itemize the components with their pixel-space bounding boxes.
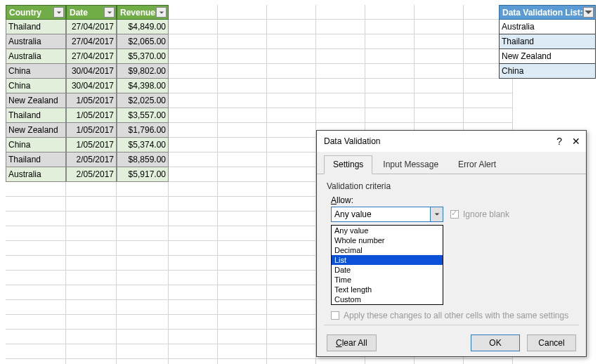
- validation-list-item[interactable]: China: [499, 64, 596, 79]
- empty-cell[interactable]: [117, 315, 169, 330]
- empty-cell[interactable]: [6, 359, 66, 364]
- empty-cell[interactable]: [169, 152, 218, 167]
- close-button[interactable]: ✕: [572, 136, 580, 147]
- empty-cell[interactable]: [117, 359, 169, 364]
- validation-list-item[interactable]: Australia: [499, 20, 596, 34]
- empty-cell[interactable]: [415, 34, 464, 49]
- empty-cell[interactable]: [365, 34, 415, 49]
- allow-dropdown-list[interactable]: Any valueWhole numberDecimalListDateTime…: [331, 225, 443, 305]
- revenue-cell[interactable]: $1,796.00: [117, 123, 169, 138]
- tab-input-message[interactable]: Input Message: [374, 155, 448, 174]
- empty-cell[interactable]: [169, 212, 218, 226]
- empty-cell[interactable]: [169, 182, 218, 197]
- empty-cell[interactable]: [218, 226, 267, 241]
- empty-cell[interactable]: [267, 79, 316, 93]
- date-cell[interactable]: 1/05/2017: [66, 108, 117, 123]
- empty-cell[interactable]: [169, 138, 218, 152]
- empty-cell[interactable]: [117, 197, 169, 212]
- empty-cell[interactable]: [267, 197, 316, 212]
- empty-cell[interactable]: [415, 108, 464, 123]
- empty-cell[interactable]: [267, 212, 316, 226]
- empty-cell[interactable]: [218, 93, 267, 108]
- date-cell[interactable]: 1/05/2017: [66, 138, 117, 152]
- allow-option[interactable]: List: [332, 255, 443, 265]
- empty-cell[interactable]: [169, 300, 218, 315]
- empty-cell[interactable]: [267, 152, 316, 167]
- empty-cell[interactable]: [117, 212, 169, 226]
- empty-cell[interactable]: [267, 271, 316, 285]
- date-cell[interactable]: 1/05/2017: [66, 123, 117, 138]
- empty-cell[interactable]: [6, 285, 66, 300]
- empty-cell[interactable]: [6, 256, 66, 271]
- empty-cell[interactable]: [66, 315, 117, 330]
- empty-cell[interactable]: [316, 108, 365, 123]
- allow-option[interactable]: Whole number: [332, 235, 443, 245]
- empty-cell[interactable]: [117, 285, 169, 300]
- empty-cell[interactable]: [6, 182, 66, 197]
- country-cell[interactable]: Thailand: [6, 20, 66, 34]
- empty-cell[interactable]: [365, 79, 415, 93]
- empty-cell[interactable]: [66, 256, 117, 271]
- revenue-cell[interactable]: $9,802.00: [117, 64, 169, 79]
- empty-cell[interactable]: [267, 256, 316, 271]
- empty-cell[interactable]: [169, 64, 218, 79]
- date-cell[interactable]: 27/04/2017: [66, 20, 117, 34]
- empty-cell[interactable]: [267, 167, 316, 182]
- empty-cell[interactable]: [415, 93, 464, 108]
- validation-list-item[interactable]: Thailand: [499, 34, 596, 49]
- empty-cell[interactable]: [6, 300, 66, 315]
- empty-cell[interactable]: [365, 49, 415, 64]
- empty-cell[interactable]: [218, 359, 267, 364]
- empty-cell[interactable]: [267, 34, 316, 49]
- empty-cell[interactable]: [316, 79, 365, 93]
- date-cell[interactable]: 2/05/2017: [66, 167, 117, 182]
- tab-settings[interactable]: Settings: [324, 155, 372, 174]
- empty-cell[interactable]: [464, 93, 513, 108]
- empty-cell[interactable]: [117, 241, 169, 256]
- allow-option[interactable]: Text length: [332, 285, 443, 294]
- filter-dropdown-icon[interactable]: [104, 7, 115, 18]
- empty-cell[interactable]: [218, 138, 267, 152]
- empty-cell[interactable]: [169, 79, 218, 93]
- empty-cell[interactable]: [415, 5, 464, 20]
- revenue-cell[interactable]: $3,557.00: [117, 108, 169, 123]
- empty-cell[interactable]: [464, 79, 513, 93]
- empty-cell[interactable]: [267, 285, 316, 300]
- empty-cell[interactable]: [117, 271, 169, 285]
- ok-button[interactable]: OK: [471, 334, 520, 351]
- empty-cell[interactable]: [464, 108, 513, 123]
- empty-cell[interactable]: [267, 64, 316, 79]
- empty-cell[interactable]: [415, 20, 464, 34]
- empty-cell[interactable]: [169, 256, 218, 271]
- country-cell[interactable]: Australia: [6, 167, 66, 182]
- tab-error-alert[interactable]: Error Alert: [449, 155, 505, 174]
- empty-cell[interactable]: [316, 20, 365, 34]
- empty-cell[interactable]: [6, 212, 66, 226]
- empty-cell[interactable]: [267, 330, 316, 344]
- empty-cell[interactable]: [218, 5, 267, 20]
- empty-cell[interactable]: [365, 64, 415, 79]
- country-cell[interactable]: China: [6, 64, 66, 79]
- date-cell[interactable]: 27/04/2017: [66, 34, 117, 49]
- revenue-cell[interactable]: $4,849.00: [117, 20, 169, 34]
- empty-cell[interactable]: [66, 271, 117, 285]
- empty-cell[interactable]: [316, 64, 365, 79]
- empty-cell[interactable]: [267, 5, 316, 20]
- empty-cell[interactable]: [218, 256, 267, 271]
- empty-cell[interactable]: [6, 315, 66, 330]
- date-cell[interactable]: 27/04/2017: [66, 49, 117, 64]
- empty-cell[interactable]: [117, 300, 169, 315]
- date-cell[interactable]: 30/04/2017: [66, 64, 117, 79]
- clear-all-button[interactable]: Clear All: [327, 334, 377, 351]
- empty-cell[interactable]: [218, 167, 267, 182]
- empty-cell[interactable]: [218, 344, 267, 359]
- empty-cell[interactable]: [267, 108, 316, 123]
- empty-cell[interactable]: [6, 197, 66, 212]
- country-cell[interactable]: China: [6, 138, 66, 152]
- empty-cell[interactable]: [218, 152, 267, 167]
- empty-cell[interactable]: [316, 49, 365, 64]
- country-cell[interactable]: Australia: [6, 34, 66, 49]
- empty-cell[interactable]: [169, 330, 218, 344]
- empty-cell[interactable]: [464, 359, 513, 364]
- empty-cell[interactable]: [267, 344, 316, 359]
